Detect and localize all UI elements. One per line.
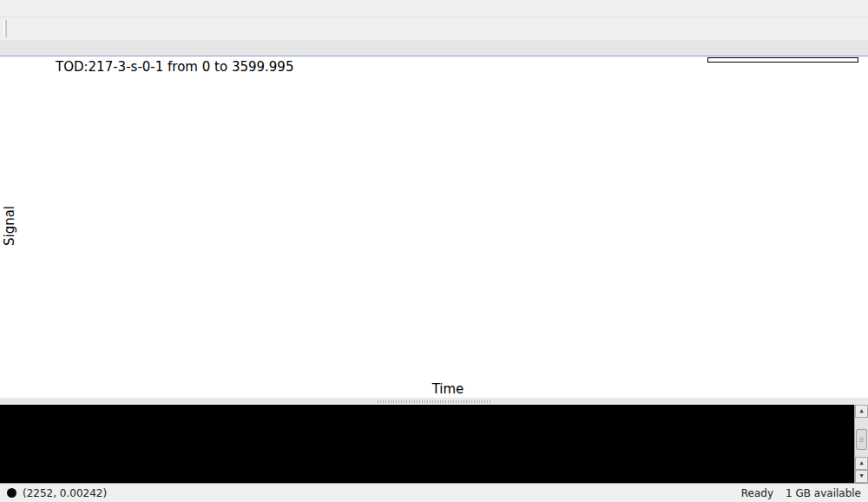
tab-bar [0, 40, 868, 56]
scroll-up2-icon[interactable]: ▲ [855, 457, 868, 470]
toolbar [0, 17, 868, 40]
plot-legend[interactable] [707, 57, 858, 63]
plot-title: TOD:217-3-s-0-1 from 0 to 3599.995 [56, 59, 293, 75]
scroll-up-icon[interactable]: ▲ [855, 405, 868, 418]
ready-status: Ready [741, 487, 773, 499]
plot-canvas[interactable] [59, 76, 838, 373]
toolbar-handle[interactable] [3, 20, 7, 37]
scrollbar-track[interactable] [855, 418, 868, 457]
memory-status: 1 GB available [786, 487, 861, 499]
cursor-coordinates: (2252, 0.00242) [23, 487, 107, 499]
scrollbar-thumb[interactable] [856, 429, 867, 450]
splitter-grip-icon [378, 400, 490, 403]
splitter[interactable] [0, 397, 868, 405]
y-axis-label: Signal [2, 78, 17, 374]
x-axis-label: Time [413, 381, 483, 397]
scroll-down-icon[interactable]: ▼ [855, 470, 868, 483]
status-bar: (2252, 0.00242) Ready 1 GB available [0, 483, 868, 502]
record-dot-icon [7, 488, 16, 498]
plot-workspace: TOD:217-3-s-0-1 from 0 to 3599.995 Signa… [0, 56, 868, 397]
menu-bar [0, 0, 868, 17]
kst-console[interactable]: ▲ ▲ ▼ [0, 405, 868, 483]
console-scrollbar[interactable]: ▲ ▲ ▼ [854, 405, 868, 483]
